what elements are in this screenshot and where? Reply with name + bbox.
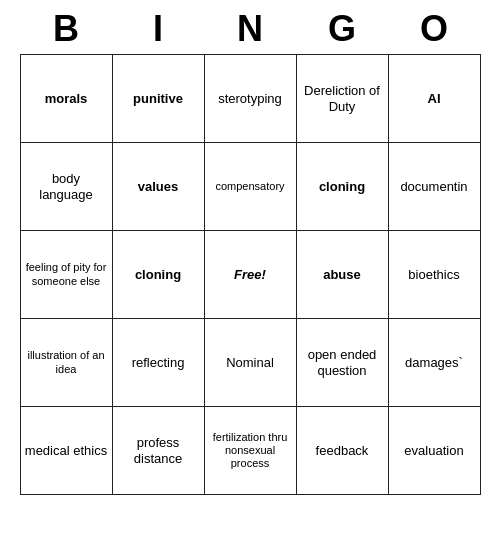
table-row: illustration of an ideareflectingNominal…	[20, 319, 480, 407]
table-cell: values	[112, 143, 204, 231]
table-cell: Free!	[204, 231, 296, 319]
table-cell: open ended question	[296, 319, 388, 407]
table-cell: illustration of an idea	[20, 319, 112, 407]
letter-i: I	[114, 8, 202, 50]
table-cell: cloning	[296, 143, 388, 231]
letter-b: B	[22, 8, 110, 50]
table-cell: morals	[20, 55, 112, 143]
table-cell: fertilization thru nonsexual process	[204, 407, 296, 495]
table-cell: Dereliction of Duty	[296, 55, 388, 143]
table-cell: Nominal	[204, 319, 296, 407]
table-row: medical ethicsprofess distancefertilizat…	[20, 407, 480, 495]
table-cell: reflecting	[112, 319, 204, 407]
bingo-grid: moralspunitivesterotypingDereliction of …	[20, 54, 481, 495]
table-row: feeling of pity for someone elsecloningF…	[20, 231, 480, 319]
table-cell: punitive	[112, 55, 204, 143]
table-cell: profess distance	[112, 407, 204, 495]
table-cell: bioethics	[388, 231, 480, 319]
letter-o: O	[390, 8, 478, 50]
table-cell: body language	[20, 143, 112, 231]
letter-n: N	[206, 8, 294, 50]
table-row: body languagevaluescompensatorycloningdo…	[20, 143, 480, 231]
table-cell: evaluation	[388, 407, 480, 495]
table-cell: damages`	[388, 319, 480, 407]
table-cell: cloning	[112, 231, 204, 319]
table-cell: medical ethics	[20, 407, 112, 495]
table-cell: feeling of pity for someone else	[20, 231, 112, 319]
table-cell: feedback	[296, 407, 388, 495]
letter-g: G	[298, 8, 386, 50]
table-cell: compensatory	[204, 143, 296, 231]
table-row: moralspunitivesterotypingDereliction of …	[20, 55, 480, 143]
table-cell: AI	[388, 55, 480, 143]
table-cell: abuse	[296, 231, 388, 319]
table-cell: documentin	[388, 143, 480, 231]
bingo-header: B I N G O	[20, 0, 480, 54]
table-cell: sterotyping	[204, 55, 296, 143]
